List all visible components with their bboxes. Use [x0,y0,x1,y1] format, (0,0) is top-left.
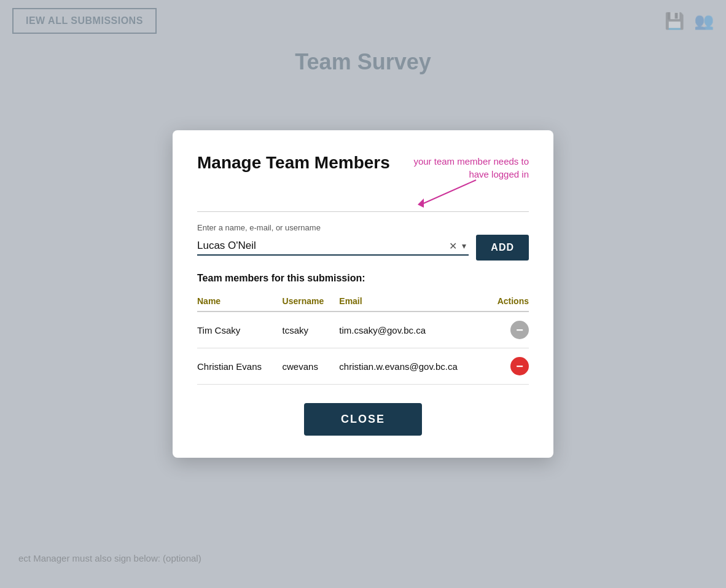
team-members-table: Name Username Email Actions Tim Csaky tc… [197,292,529,385]
modal-header: Manage Team Members your team member nee… [197,152,529,202]
member-username: cwevans [283,348,340,385]
col-header-actions: Actions [490,292,529,312]
remove-member-button-2[interactable]: − [510,357,529,375]
input-row: ✕ ▾ ADD [197,235,529,261]
annotation-arrow-icon [408,177,482,208]
member-actions: − [490,312,529,348]
input-label: Enter a name, e-mail, or username [197,223,529,232]
member-actions: − [490,348,529,385]
modal-overlay: Manage Team Members your team member nee… [0,0,726,588]
table-row: Tim Csaky tcsaky tim.csaky@gov.bc.ca − [197,312,529,348]
member-username: tcsaky [283,312,340,348]
col-header-email: Email [339,292,490,312]
add-button[interactable]: ADD [476,235,529,261]
search-input[interactable] [197,240,447,252]
member-name: Christian Evans [197,348,283,385]
remove-member-button-1[interactable]: − [510,321,529,339]
close-button[interactable]: CLOSE [304,403,422,436]
svg-marker-1 [418,198,424,208]
modal-footer: CLOSE [197,403,529,436]
col-header-username: Username [283,292,340,312]
search-input-wrapper: ✕ ▾ [197,240,469,256]
table-header-row: Name Username Email Actions [197,292,529,312]
member-email: christian.w.evans@gov.bc.ca [339,348,490,385]
svg-line-0 [421,180,476,205]
clear-input-button[interactable]: ✕ [447,240,459,252]
modal-title: Manage Team Members [197,152,390,173]
annotation-area: your team member needs to have logged in [402,152,529,202]
member-name: Tim Csaky [197,312,283,348]
modal-divider [197,211,529,212]
col-header-name: Name [197,292,283,312]
manage-team-members-modal: Manage Team Members your team member nee… [173,130,553,458]
dropdown-button[interactable]: ▾ [459,241,469,251]
member-email: tim.csaky@gov.bc.ca [339,312,490,348]
section-label: Team members for this submission: [197,273,529,284]
table-row: Christian Evans cwevans christian.w.evan… [197,348,529,385]
